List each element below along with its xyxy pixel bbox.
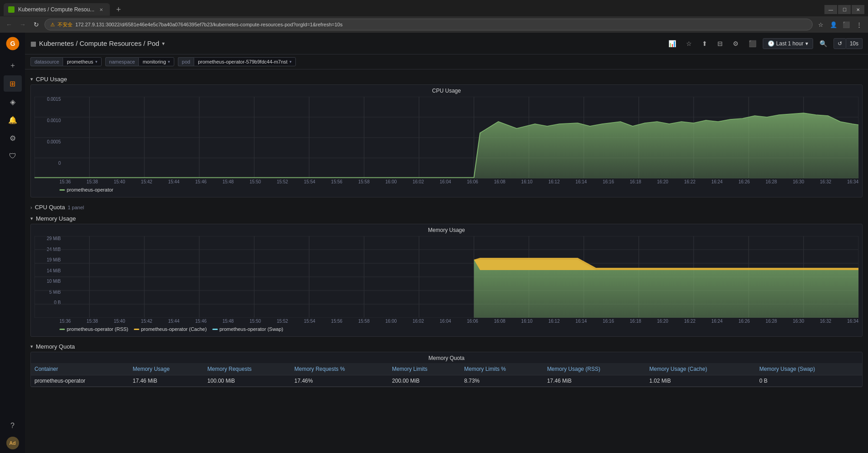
tv-icon: ⬛ <box>749 40 756 47</box>
dashboard-settings-button[interactable]: ⚙ <box>729 38 742 49</box>
bell-icon: 🔔 <box>8 116 17 124</box>
sidebar: G ＋ ⊞ ◈ 🔔 ⚙ 🛡 ? Ad <box>0 33 25 453</box>
namespace-label: namespace <box>105 57 139 66</box>
browser-chrome: Kubernetes / Compute Resou... ✕ + — ☐ ✕ … <box>0 0 868 33</box>
namespace-value[interactable]: monitoring ▾ <box>138 57 174 66</box>
cpu-legend-item-0: prometheus-operator <box>59 187 113 192</box>
col-memory-rss: Memory Usage (RSS) <box>544 363 646 375</box>
reload-button[interactable]: ↻ <box>31 19 42 30</box>
search-button[interactable]: 🔍 <box>816 38 831 49</box>
browser-actions: ☆ 👤 ⬛ ⋮ <box>815 19 864 30</box>
sidebar-item-shield[interactable]: 🛡 <box>4 148 22 164</box>
bookmark-button[interactable]: ☆ <box>815 19 826 30</box>
time-range-button[interactable]: 🕐 Last 1 hour ▾ <box>763 38 813 49</box>
new-tab-button[interactable]: + <box>113 5 124 15</box>
shield-icon: 🛡 <box>9 152 16 160</box>
cpu-usage-chart-container: 0.0015 0.0010 0.0005 0 <box>31 95 862 197</box>
cpu-quota-section-header[interactable]: › CPU Quota 1 panel <box>30 201 863 212</box>
refresh-button[interactable]: ↺ <box>834 38 846 49</box>
memory-quota-title: Memory Quota <box>36 343 75 350</box>
filter-bar: datasource prometheus ▾ namespace monito… <box>25 54 868 69</box>
security-label: 不安全 <box>58 21 73 28</box>
cell-memory-limits: 200.00 MiB <box>388 375 461 387</box>
app-layout: G ＋ ⊞ ◈ 🔔 ⚙ 🛡 ? Ad <box>0 33 868 453</box>
cell-memory-requests-pct: 17.46% <box>291 375 388 387</box>
profile-button[interactable]: 👤 <box>828 19 839 30</box>
memory-usage-title: Memory Usage <box>36 215 76 222</box>
memory-usage-chart-container: 29 MiB 24 MiB 19 MiB 14 MiB 10 MiB 5 MiB… <box>31 234 862 336</box>
namespace-filter: namespace monitoring ▾ <box>105 57 174 66</box>
memory-legend-color-rss <box>59 329 65 330</box>
col-memory-limits: Memory Limits <box>388 363 461 375</box>
memory-legend-cache: prometheus-operator (Cache) <box>134 326 207 332</box>
namespace-chevron: ▾ <box>168 59 170 64</box>
close-button[interactable]: ✕ <box>852 5 864 14</box>
memory-quota-panel-title: Memory Quota <box>31 352 862 363</box>
memory-legend-color-swap <box>212 329 218 330</box>
cell-container: prometheus-operator <box>31 375 129 387</box>
maximize-button[interactable]: ☐ <box>838 5 851 14</box>
sidebar-item-alerting[interactable]: 🔔 <box>4 112 22 128</box>
refresh-interval-label: 10s <box>850 40 858 47</box>
col-memory-swap: Memory Usage (Swap) <box>755 363 862 375</box>
memory-legend-rss: prometheus-operator (RSS) <box>59 326 128 332</box>
memory-legend-color-cache <box>134 329 139 330</box>
cpu-legend-label-0: prometheus-operator <box>67 187 113 192</box>
dashboard-title: ▦ Kubernetes / Compute Resources / Pod ▾ <box>30 39 165 47</box>
sidebar-item-add[interactable]: ＋ <box>4 57 22 74</box>
cell-memory-rss: 17.46 MiB <box>544 375 646 387</box>
share-button[interactable]: ⬆ <box>698 38 711 49</box>
extensions-button[interactable]: ⬛ <box>841 19 852 30</box>
sidebar-item-explore[interactable]: ◈ <box>4 94 22 110</box>
cpu-quota-title: CPU Quota <box>35 204 65 211</box>
memory-quota-chevron: ▾ <box>30 344 33 350</box>
back-button[interactable]: ← <box>4 19 15 30</box>
cpu-usage-section-header[interactable]: ▾ CPU Usage <box>30 73 863 84</box>
sidebar-item-dashboards[interactable]: ⊞ <box>4 75 22 92</box>
col-memory-limits-pct: Memory Limits % <box>461 363 544 375</box>
cpu-legend-color-0 <box>59 189 65 191</box>
sidebar-item-help[interactable]: ? <box>4 418 22 434</box>
tv-mode-button[interactable]: ⬛ <box>745 38 760 49</box>
address-bar[interactable]: ⚠ 不安全 172.27.9.131:30022/d/6581e46e4e5c7… <box>44 19 813 30</box>
top-bar-actions: 📊 ☆ ⬆ ⊟ ⚙ ⬛ 🕐 Last 1 <box>665 38 863 49</box>
refresh-icon: ↺ <box>838 40 842 47</box>
refresh-interval-button[interactable]: 10s <box>846 38 863 49</box>
user-avatar[interactable]: Ad <box>6 437 19 449</box>
cell-memory-swap: 0 B <box>755 375 862 387</box>
star-button[interactable]: ☆ <box>682 38 696 49</box>
graph-view-button[interactable]: 📊 <box>665 38 680 49</box>
svg-text:G: G <box>10 40 15 47</box>
cell-memory-usage: 17.46 MiB <box>129 375 204 387</box>
grafana-logo[interactable]: G <box>5 36 20 51</box>
col-memory-requests-pct: Memory Requests % <box>291 363 388 375</box>
namespace-text: monitoring <box>142 59 166 64</box>
cpu-usage-title: CPU Usage <box>36 76 67 83</box>
memory-quota-section-header[interactable]: ▾ Memory Quota <box>30 340 863 352</box>
tab-close-button[interactable]: ✕ <box>98 6 104 13</box>
pod-text: prometheus-operator-579b9fdc44-m7nst <box>198 59 288 64</box>
forward-button[interactable]: → <box>17 19 28 30</box>
pod-filter: pod prometheus-operator-579b9fdc44-m7nst… <box>178 57 296 66</box>
cpu-usage-panel: CPU Usage 0.0015 0.0010 0.0005 0 <box>30 84 863 197</box>
tab-title: Kubernetes / Compute Resou... <box>18 6 94 13</box>
pod-value[interactable]: prometheus-operator-579b9fdc44-m7nst ▾ <box>194 57 296 66</box>
datasource-label: datasource <box>30 57 63 66</box>
memory-legend-label-swap: prometheus-operator (Swap) <box>220 326 284 332</box>
memory-quota-table: Container Memory Usage Memory Requests M… <box>31 363 862 387</box>
security-icon: ⚠ <box>50 22 55 28</box>
datasource-value[interactable]: prometheus ▾ <box>63 57 101 66</box>
cell-memory-requests: 100.00 MiB <box>204 375 291 387</box>
explore-icon: ◈ <box>10 98 15 106</box>
cpu-chart-area <box>34 97 858 178</box>
menu-button[interactable]: ⋮ <box>853 19 864 30</box>
minimize-button[interactable]: — <box>824 5 837 14</box>
library-button[interactable]: ⊟ <box>714 38 726 49</box>
library-icon: ⊟ <box>717 40 723 47</box>
memory-usage-section-header[interactable]: ▾ Memory Usage <box>30 212 863 224</box>
window-controls: — ☐ ✕ <box>824 5 864 14</box>
cpu-usage-chevron: ▾ <box>30 76 33 82</box>
memory-usage-panel: Memory Usage 29 MiB 24 MiB 19 MiB 14 MiB… <box>30 224 863 337</box>
sidebar-item-settings[interactable]: ⚙ <box>4 130 22 146</box>
clock-icon: 🕐 <box>768 40 775 47</box>
